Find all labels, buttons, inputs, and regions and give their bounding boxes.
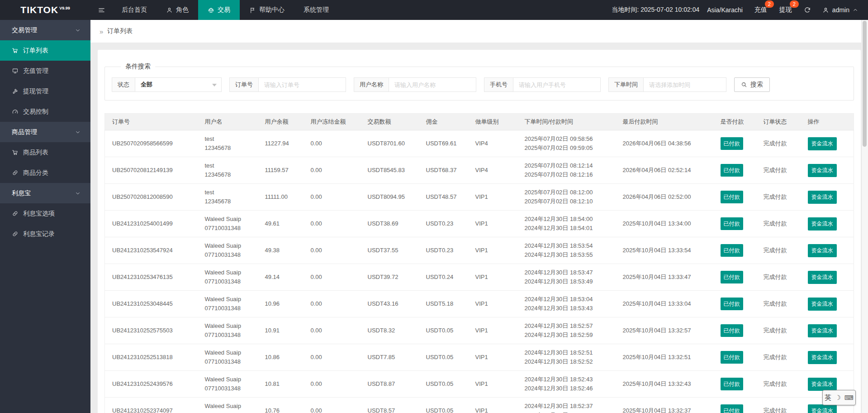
paid-status-badge: 已付款 [721,217,743,230]
cell-last-pay-time: 2026年04月06日 04:38:56 [616,130,713,157]
cell-balance: 11111.00 [258,184,304,211]
order-no-label: 订单号 [230,78,259,91]
cell-action: 资金流水 [801,264,854,291]
sidebar-item[interactable]: 充值管理 [0,61,90,81]
cell-user: Waleed Suaip 07710031348 [198,211,258,237]
table-row: UB2412310252513818 Waleed Suaip 07710031… [105,344,854,371]
fund-flow-button[interactable]: 资金流水 [808,271,837,284]
status-label: 状态 [112,78,135,91]
scrollbar-thumb[interactable] [863,21,867,147]
status-select[interactable]: 全部 [135,78,221,91]
cell-last-pay-time: 2025年10月04日 13:33:04 [616,291,713,317]
cell-balance: 49.38 [258,237,304,264]
cell-order-no: UB2412310252513818 [105,344,198,371]
sidebar-item[interactable]: 商品分类 [0,163,90,183]
sidebar-item[interactable]: 利息宝选项 [0,203,90,224]
sidebar-item[interactable]: 订单列表 [0,40,90,61]
cell-balance: 11159.57 [258,157,304,184]
search-button[interactable]: 搜索 [734,77,770,92]
cell-balance: 10.81 [258,371,304,398]
fund-flow-button[interactable]: 资金流水 [808,324,837,337]
search-icon [741,82,747,88]
user-name-input[interactable] [389,78,476,91]
cell-frozen: 0.00 [304,184,360,211]
cell-frozen: 0.00 [304,344,360,371]
cell-amount: USDT8545.83 [360,157,419,184]
fund-flow-button[interactable]: 资金流水 [808,404,837,413]
cell-commission: USDT0.05 [419,371,468,398]
sidebar-toggle-button[interactable] [90,0,112,20]
paid-status-badge: 已付款 [721,271,743,283]
cell-balance: 49.14 [258,264,304,291]
fund-flow-button[interactable]: 资金流水 [808,378,837,391]
cell-level: VIP4 [468,157,517,184]
cell-frozen: 0.00 [304,211,360,237]
paid-status-badge: 已付款 [721,298,743,310]
cell-level: VIP4 [468,130,517,157]
cell-level: VIP1 [468,291,517,317]
cell-last-pay-time: 2026年04月06日 02:52:00 [616,184,713,211]
keyboard-icon: ⌨ [844,394,854,401]
phone-input[interactable] [513,78,600,91]
cell-amount: USDT38.69 [360,211,419,237]
vertical-scrollbar[interactable] [861,20,868,413]
select-arrow-icon [212,84,217,86]
paid-status-badge: 已付款 [721,324,743,337]
sidebar-item[interactable]: 利息宝记录 [0,224,90,244]
cell-action: 资金流水 [801,184,854,211]
cell-level: VIP1 [468,344,517,371]
cell-times: 2025年07月02日 08:12:14 2025年07月02日 08:12:1… [517,157,616,184]
order-no-input[interactable] [259,78,346,91]
sidebar-item[interactable]: 交易控制 [0,101,90,122]
cell-order-no: UB2412310253547924 [105,237,198,264]
cell-last-pay-time: 2025年10月04日 13:32:37 [616,398,713,413]
ime-toolbar[interactable]: 英 ☽ ⌨ [822,390,856,405]
cell-frozen: 0.00 [304,317,360,344]
nav-item[interactable]: 交易 [198,0,240,20]
scales-icon [208,7,214,14]
cell-paid: 已付款 [713,371,756,398]
column-header: 用户冻结金额 [304,114,360,130]
app-logo[interactable]: TIKTOK V9.99 [0,0,90,20]
paid-status-badge: 已付款 [721,164,743,177]
table-row: UB2412310252575503 Waleed Suaip 07710031… [105,317,854,344]
nav-item[interactable]: 角色 [157,0,198,20]
recharge-menu-item[interactable]: 充值 2 [754,5,768,15]
fund-flow-button[interactable]: 资金流水 [808,351,837,364]
fund-flow-button[interactable]: 资金流水 [808,217,837,231]
cell-frozen: 0.00 [304,398,360,413]
sidebar-group-title[interactable]: 商品管理 [0,122,90,142]
cell-commission: USDT69.61 [419,130,468,157]
sidebar-group-title[interactable]: 利息宝 [0,183,90,203]
fund-flow-button[interactable]: 资金流水 [808,137,837,150]
cell-status: 完成付款 [756,264,801,291]
sidebar-item[interactable]: 提现管理 [0,81,90,101]
fund-flow-button[interactable]: 资金流水 [808,298,837,311]
cell-commission: USDT0.05 [419,344,468,371]
cell-paid: 已付款 [713,237,756,264]
cell-status: 完成付款 [756,211,801,237]
cell-paid: 已付款 [713,264,756,291]
withdraw-menu-item[interactable]: 提现 2 [779,5,792,15]
admin-dropdown[interactable]: admin [822,6,858,14]
refresh-button[interactable] [804,6,811,14]
column-header: 操作 [801,114,854,130]
fund-flow-button[interactable]: 资金流水 [808,191,837,204]
nav-item[interactable]: 帮助中心 [240,0,294,20]
fund-flow-button[interactable]: 资金流水 [808,164,837,177]
paid-status-badge: 已付款 [721,137,743,150]
nav-item[interactable]: 后台首页 [112,0,157,20]
cell-order-no: UB2507020812008590 [105,184,198,211]
cell-last-pay-time: 2026年04月06日 02:52:14 [616,157,713,184]
sidebar-item[interactable]: 商品列表 [0,142,90,163]
cell-commission: USDT48.57 [419,184,468,211]
cell-times: 2024年12月30日 18:53:54 2024年12月30日 18:53:5… [517,237,616,264]
order-time-input[interactable] [644,78,726,91]
sidebar-group-title[interactable]: 交易管理 [0,20,90,40]
table-row: UB2412310253048445 Waleed Suaip 07710031… [105,291,854,317]
cell-times: 2024年12月30日 18:52:51 2024年12月30日 18:52:5… [517,344,616,371]
cell-user: Waleed Suaip 07710031348 [198,291,258,317]
fund-flow-button[interactable]: 资金流水 [808,244,837,257]
nav-item[interactable]: 系统管理 [294,0,338,20]
cell-level: VIP1 [468,184,517,211]
